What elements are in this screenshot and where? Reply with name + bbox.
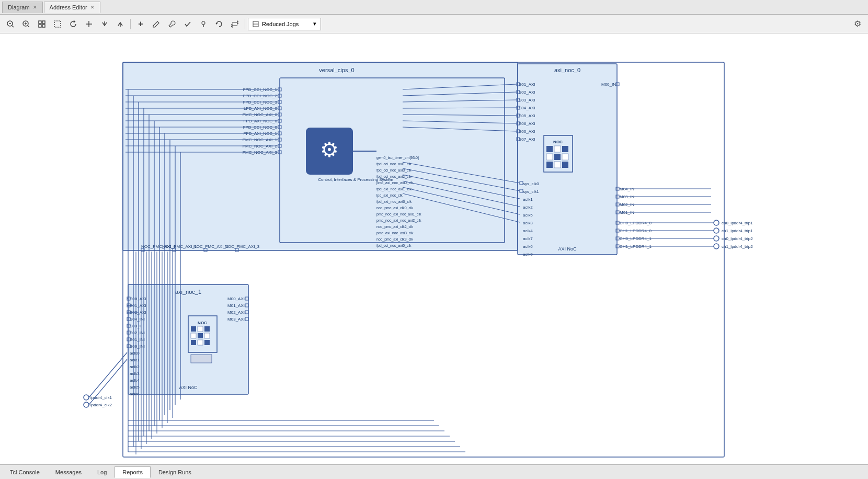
svg-text:aclk1: aclk1 [130, 358, 140, 362]
svg-rect-148 [204, 326, 210, 332]
svg-text:axi_noc_1: axi_noc_1 [175, 289, 201, 295]
zoom-fit-button[interactable] [82, 17, 96, 31]
svg-text:gem0_tsu_timer_cnt[93:0]: gem0_tsu_timer_cnt[93:0] [376, 156, 419, 160]
svg-text:noc_pmc_axi_clk2_clk: noc_pmc_axi_clk2_clk [376, 225, 414, 229]
svg-text:aclk6: aclk6 [130, 392, 140, 396]
svg-rect-146 [191, 326, 196, 332]
svg-rect-78 [546, 146, 553, 152]
svg-text:S04_INI: S04_INI [130, 317, 145, 322]
tab-address-editor-close[interactable]: ✕ [90, 5, 95, 10]
tab-diagram-close[interactable]: ✕ [33, 5, 37, 10]
pencil-button[interactable] [149, 17, 164, 31]
svg-rect-7 [39, 21, 41, 24]
svg-text:aclk5: aclk5 [523, 213, 533, 218]
svg-rect-81 [546, 154, 553, 160]
tab-address-editor[interactable]: Address Editor ✕ [44, 2, 100, 13]
svg-text:sys_clk1: sys_clk1 [523, 189, 539, 194]
svg-text:aclk7: aclk7 [523, 236, 533, 241]
tab-diagram-label: Diagram [8, 4, 30, 10]
svg-rect-11 [54, 21, 61, 27]
svg-text:aclk1: aclk1 [523, 197, 533, 202]
routing-dropdown[interactable]: Reduced Jogs ▾ [248, 18, 321, 30]
svg-rect-151 [204, 333, 210, 338]
svg-text:M01_AXI: M01_AXI [227, 303, 245, 308]
svg-text:pmc_axi_noc_axi3_clk: pmc_axi_noc_axi3_clk [376, 231, 414, 235]
svg-text:S07_AXI: S07_AXI [519, 137, 535, 142]
tab-address-editor-label: Address Editor [50, 4, 87, 10]
svg-point-16 [202, 21, 205, 25]
svg-text:aclk5: aclk5 [130, 385, 140, 390]
diagram-canvas: versal_cips_0 ⚙ Control, Interfaces & Pr… [0, 33, 868, 464]
log-label: Log [97, 469, 107, 475]
svg-rect-79 [554, 146, 561, 152]
svg-text:lpd_axi_noc_clk: lpd_axi_noc_clk [376, 193, 403, 198]
diagram-svg[interactable]: versal_cips_0 ⚙ Control, Interfaces & Pr… [0, 33, 868, 464]
svg-text:ch1_lpddr4_trip1: ch1_lpddr4_trip1 [722, 229, 753, 233]
wrench-button[interactable] [165, 17, 179, 31]
svg-rect-84 [546, 162, 553, 168]
svg-text:fpd_axi_noc_axi0_clk: fpd_axi_noc_axi0_clk [376, 200, 412, 204]
svg-text:M02_AXI: M02_AXI [227, 310, 245, 315]
svg-rect-152 [191, 340, 196, 345]
svg-text:axi_noc_0: axi_noc_0 [554, 67, 580, 73]
status-bar: Tcl Console Messages Log Reports Design … [0, 464, 868, 479]
svg-text:NOC: NOC [553, 140, 563, 144]
svg-text:noc_pmc_axi_clk3_clk: noc_pmc_axi_clk3_clk [376, 237, 414, 242]
svg-text:NOC_PMC_AXI_3: NOC_PMC_AXI_3 [225, 244, 260, 249]
svg-rect-86 [562, 162, 568, 168]
svg-rect-153 [198, 340, 203, 345]
svg-text:AXI NoC: AXI NoC [558, 246, 577, 252]
svg-text:aclk3: aclk3 [523, 221, 533, 225]
design-runs-label: Design Runs [158, 469, 191, 475]
refresh-button[interactable] [66, 17, 81, 31]
svg-text:lpddr4_clk2: lpddr4_clk2 [90, 403, 112, 407]
svg-text:AXI NoC: AXI NoC [179, 385, 198, 390]
zoom-in-button[interactable] [19, 17, 33, 31]
svg-rect-82 [554, 154, 561, 160]
routing-label: Reduced Jogs [262, 21, 299, 27]
svg-text:aclk2: aclk2 [523, 205, 533, 210]
svg-text:S00_AXI: S00_AXI [519, 129, 535, 134]
toolbar: + Reduced Jogs ▾ ⚙ [0, 15, 868, 33]
settings-button[interactable]: ⚙ [850, 17, 865, 31]
loop-button[interactable] [227, 17, 242, 31]
svg-text:aclk0: aclk0 [523, 252, 533, 257]
tcl-console-label: Tcl Console [10, 469, 40, 475]
select-button[interactable] [50, 17, 65, 31]
tab-diagram[interactable]: Diagram ✕ [2, 2, 43, 13]
zoom-out-button[interactable] [3, 17, 18, 31]
up-button[interactable] [113, 17, 128, 31]
status-tab-log[interactable]: Log [89, 466, 115, 478]
check-button[interactable] [180, 17, 195, 31]
svg-text:S02_INI: S02_INI [130, 330, 145, 335]
status-tab-tcl[interactable]: Tcl Console [2, 466, 48, 478]
svg-rect-147 [198, 326, 203, 332]
svg-rect-149 [191, 333, 196, 338]
reload-button[interactable] [212, 17, 226, 31]
svg-text:S04_AXI: S04_AXI [519, 106, 535, 110]
svg-text:aclk2: aclk2 [130, 364, 140, 369]
svg-text:pmc_noc_axi_noc_axi2_clk: pmc_noc_axi_noc_axi2_clk [376, 219, 421, 223]
dropdown-arrow-icon: ▾ [313, 20, 316, 27]
separator-1 [130, 19, 131, 29]
svg-text:aclk6: aclk6 [523, 244, 533, 249]
svg-text:S06_AXI: S06_AXI [519, 121, 535, 126]
svg-rect-9 [39, 25, 41, 27]
status-tab-design-runs[interactable]: Design Runs [151, 466, 199, 478]
svg-text:fpd_cci_noc_axi0_clk: fpd_cci_noc_axi0_clk [376, 244, 412, 248]
svg-text:aclk0: aclk0 [130, 351, 140, 356]
routing-icon [253, 21, 259, 27]
svg-text:S02_AXI: S02_AXI [519, 90, 535, 95]
status-tab-messages[interactable]: Messages [48, 466, 89, 478]
svg-text:pmc_axi_noc_axi0_clk: pmc_axi_noc_axi0_clk [376, 181, 414, 185]
fit-button[interactable] [35, 17, 49, 31]
status-tab-reports[interactable]: Reports [115, 466, 151, 478]
svg-text:M00_AXI: M00_AXI [227, 296, 245, 301]
down-button[interactable] [97, 17, 112, 31]
separator-2 [245, 19, 245, 29]
add-button[interactable]: + [133, 17, 148, 31]
svg-rect-155 [191, 355, 212, 363]
svg-text:S03_AXI: S03_AXI [519, 98, 535, 102]
pin-button[interactable] [196, 17, 211, 31]
svg-rect-150 [198, 333, 203, 338]
